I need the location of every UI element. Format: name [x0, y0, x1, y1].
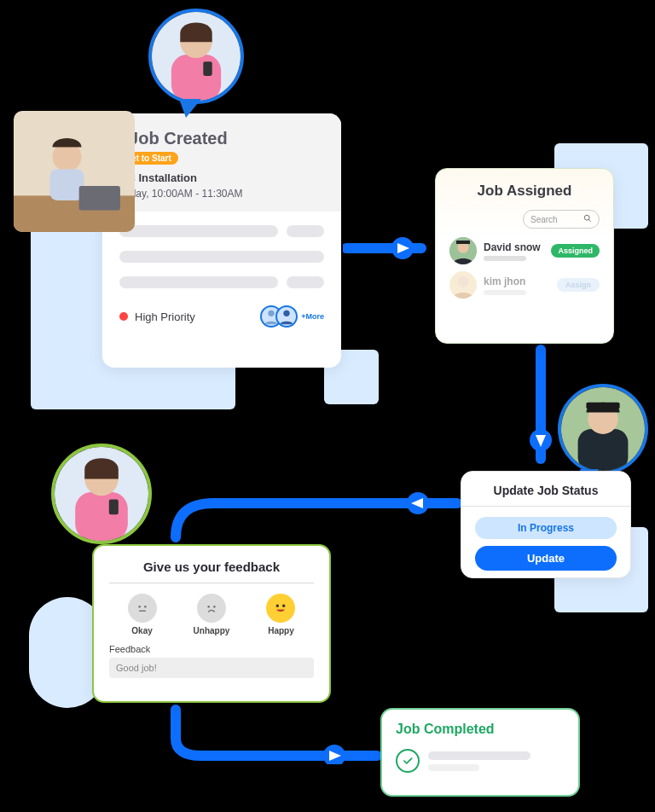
skeleton-line — [428, 751, 530, 760]
job-service: AC Installation — [119, 171, 324, 184]
arrow-assigned-to-update — [529, 345, 553, 473]
svg-point-10 — [269, 310, 275, 316]
skeleton-line — [287, 225, 324, 237]
option-label: Unhappy — [194, 626, 230, 635]
user-photo — [14, 111, 135, 232]
sad-face-icon — [197, 594, 226, 623]
worker-name: kim jhon — [484, 276, 550, 287]
skeleton-line — [119, 225, 278, 237]
job-created-card: #Job Created Yet to Start AC Installatio… — [102, 113, 341, 368]
job-created-title: #Job Created — [119, 129, 324, 148]
search-placeholder: Search — [530, 215, 558, 224]
svg-rect-25 — [456, 241, 470, 244]
customer-avatar — [51, 444, 152, 544]
check-circle-icon — [396, 749, 420, 773]
skeleton-line — [287, 276, 324, 288]
job-completed-card: Job Completed — [380, 708, 580, 797]
update-status-title: Update Job Status — [475, 484, 617, 497]
svg-rect-15 — [50, 169, 84, 200]
worker-name: David snow — [484, 241, 544, 253]
feedback-field-label: Feedback — [109, 644, 314, 654]
svg-line-22 — [588, 219, 591, 222]
technician-avatar — [558, 384, 648, 474]
svg-point-41 — [282, 605, 285, 607]
assigned-badge: Assigned — [551, 244, 600, 258]
svg-point-40 — [276, 605, 279, 607]
update-status-card: Update Job Status In Progress Update — [461, 471, 631, 578]
skeleton-line — [484, 256, 526, 261]
search-input[interactable]: Search — [523, 210, 600, 229]
svg-rect-16 — [79, 186, 120, 210]
feedback-option-okay[interactable]: Okay — [128, 594, 157, 635]
arrow-feedback-to-completed — [164, 705, 385, 764]
customer-avatar — [148, 9, 244, 104]
job-assigned-title: Job Assigned — [449, 183, 600, 200]
svg-point-11 — [284, 310, 290, 316]
svg-point-38 — [207, 606, 210, 608]
svg-rect-32 — [75, 492, 128, 541]
neutral-face-icon — [128, 594, 157, 623]
priority-dot-icon — [119, 312, 128, 321]
svg-rect-34 — [109, 500, 119, 515]
arrow-created-to-assigned — [343, 235, 435, 261]
svg-point-39 — [213, 606, 216, 608]
assign-button[interactable]: Assign — [557, 278, 600, 292]
svg-rect-20 — [203, 61, 212, 76]
worker-row[interactable]: kim jhon Assign — [449, 271, 600, 299]
completed-title: Job Completed — [396, 722, 565, 737]
svg-rect-18 — [171, 55, 221, 101]
arrow-update-to-feedback — [162, 486, 461, 546]
skeleton-line — [119, 251, 324, 263]
feedback-option-happy[interactable]: Happy — [266, 594, 295, 635]
job-assigned-card: Job Assigned Search David snow Assigned … — [435, 168, 614, 344]
avatar-icon — [449, 237, 477, 264]
search-icon — [583, 214, 592, 224]
feedback-title: Give us your feedback — [109, 560, 314, 574]
option-label: Okay — [128, 626, 157, 635]
update-button[interactable]: Update — [475, 546, 617, 571]
skeleton-line — [428, 764, 479, 771]
avatar-icon — [275, 305, 298, 328]
svg-rect-28 — [578, 429, 629, 471]
skeleton-line — [484, 290, 526, 295]
happy-face-icon — [266, 594, 295, 623]
option-label: Happy — [266, 626, 295, 635]
feedback-input[interactable] — [109, 658, 314, 678]
skeleton-line — [119, 276, 278, 288]
avatar-icon — [449, 271, 477, 299]
worker-row[interactable]: David snow Assigned — [449, 237, 600, 264]
more-link[interactable]: +More — [301, 312, 324, 321]
feedback-option-unhappy[interactable]: Unhappy — [194, 594, 230, 635]
svg-point-35 — [138, 606, 141, 608]
feedback-card: Give us your feedback Okay Unhappy Happy — [92, 544, 331, 703]
svg-point-21 — [584, 215, 589, 220]
svg-point-36 — [144, 606, 147, 608]
svg-point-26 — [457, 276, 468, 287]
bubble-tail-icon — [179, 99, 201, 118]
job-schedule: Today, 10:00AM - 11:30AM — [119, 188, 324, 200]
svg-rect-30 — [586, 403, 619, 409]
status-select[interactable]: In Progress — [475, 517, 617, 539]
priority-label: High Priority — [135, 310, 195, 323]
assignee-avatars[interactable]: +More — [260, 305, 324, 328]
